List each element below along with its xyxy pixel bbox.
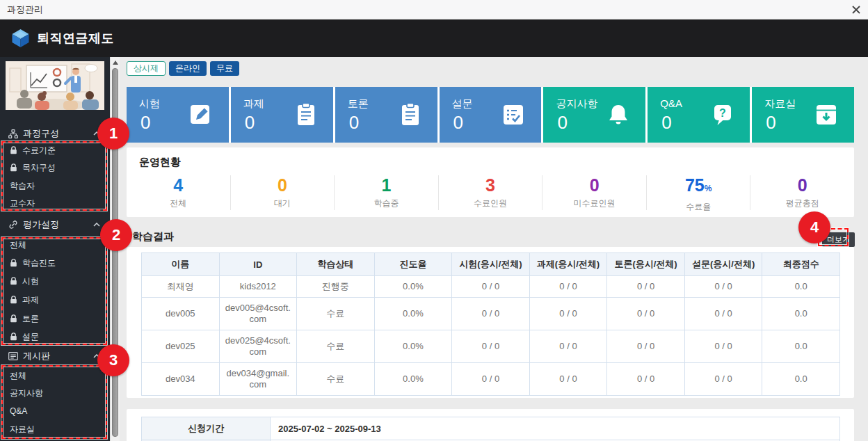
- item-label: Q&A: [10, 406, 27, 416]
- section-label: 과정구성: [23, 127, 59, 140]
- application-info-panel: 신청기간 2025-07-02 ~ 2025-09-13: [127, 409, 854, 441]
- section-label: 게시판: [23, 350, 50, 362]
- card-qna[interactable]: Q&A 0 ?: [648, 87, 750, 143]
- table-row: 최재영 kids2012 진행중 0.0% 0 / 0 0 / 0 0 / 0 …: [142, 276, 840, 298]
- download-box-icon: [814, 102, 839, 127]
- card-label: 토론: [348, 97, 369, 111]
- sidebar-item-discussion[interactable]: 토론: [0, 310, 110, 327]
- tag-online: 온라인: [169, 61, 207, 76]
- stat-waiting: 0 대기: [230, 175, 335, 210]
- lock-icon: [10, 314, 17, 323]
- sidebar-item-board-all[interactable]: 전체: [0, 367, 110, 384]
- item-label: 전체: [10, 370, 26, 382]
- section-label: 평가설정: [23, 218, 59, 231]
- card-discussion[interactable]: 토론 0: [335, 87, 437, 143]
- course-tags: 상시제 온라인 무료: [127, 61, 239, 76]
- sidebar-section-course-config[interactable]: 과정구성: [0, 125, 110, 142]
- item-label: 시험: [22, 275, 39, 287]
- stat-total: 4 전체: [127, 175, 230, 210]
- table-row: dev025 dev025@4csoft.com 수료 0.0% 0 / 0 0…: [142, 330, 840, 363]
- app-header: 퇴직연금제도: [0, 19, 868, 57]
- card-notice[interactable]: 공지사항 0: [543, 87, 645, 143]
- link-icon: [8, 220, 18, 230]
- sitemap-icon: [8, 129, 18, 138]
- sidebar: 과정구성 수료기준 목차구성 학습자 교수자 평가설정 전체 학습진도 시험: [0, 57, 110, 441]
- sidebar-section-board[interactable]: 게시판: [0, 348, 110, 364]
- card-survey[interactable]: 설문 0: [440, 87, 542, 143]
- lock-icon: [10, 259, 17, 267]
- operation-stats: 4 전체 0 대기 1 학습중 3 수료인원 0 미수료인원 75% 수료율: [127, 175, 854, 210]
- board-icon: [8, 352, 18, 360]
- chevron-up-icon: [93, 223, 100, 227]
- svg-text:?: ?: [719, 107, 726, 119]
- sidebar-item-learners[interactable]: 학습자: [0, 177, 110, 194]
- item-label: 토론: [22, 313, 39, 325]
- clipboard-icon: [294, 102, 318, 127]
- lock-icon: [10, 163, 17, 172]
- sidebar-item-eval-all[interactable]: 전체: [0, 236, 110, 253]
- operation-status-title: 운영현황: [139, 156, 181, 169]
- card-label: 시험: [139, 97, 160, 111]
- annotation-badge-3: 3: [97, 344, 129, 376]
- scroll-up-arrow-icon[interactable]: [111, 57, 120, 67]
- item-label: 교수자: [10, 198, 35, 209]
- lock-icon: [10, 146, 17, 154]
- lock-icon: [10, 332, 17, 341]
- card-label: 과제: [243, 97, 264, 111]
- item-label: 설문: [22, 331, 39, 343]
- sidebar-item-exam[interactable]: 시험: [0, 273, 110, 289]
- item-label: 과제: [22, 294, 39, 306]
- close-icon[interactable]: [849, 2, 864, 17]
- application-info-table: 신청기간 2025-07-02 ~ 2025-09-13: [141, 417, 840, 441]
- card-label: Q&A: [660, 97, 682, 109]
- stat-not-completed: 0 미수료인원: [542, 175, 646, 210]
- stat-completion-rate: 75% 수료율: [646, 175, 750, 210]
- main-content: 상시제 온라인 무료 시험 0 과제 0 토론 0: [120, 57, 868, 441]
- application-period-value: 2025-07-02 ~ 2025-09-13: [271, 417, 840, 440]
- stat-average-score: 0 평균총점: [750, 175, 854, 210]
- course-title: 퇴직연금제도: [37, 30, 114, 47]
- item-label: 학습진도: [22, 257, 56, 269]
- sidebar-item-survey[interactable]: 설문: [0, 328, 110, 345]
- sidebar-item-qna[interactable]: Q&A: [0, 403, 110, 419]
- sidebar-item-completion-criteria[interactable]: 수료기준: [0, 142, 110, 159]
- card-value: 0: [661, 112, 671, 134]
- stat-completed: 3 수료인원: [438, 175, 542, 210]
- table-row: dev005 dev005@4csoft.com 수료 0.0% 0 / 0 0…: [142, 298, 840, 330]
- learning-results-title: 학습결과: [132, 230, 174, 243]
- card-value: 0: [557, 112, 567, 134]
- tag-free: 무료: [210, 61, 239, 76]
- exam-pencil-icon: [188, 102, 214, 127]
- annotation-badge-2: 2: [100, 219, 132, 251]
- question-bubble-icon: ?: [711, 102, 734, 127]
- card-label: 자료실: [764, 97, 796, 111]
- annotation-badge-4: 4: [798, 211, 830, 243]
- card-label: 공지사항: [556, 97, 597, 111]
- sidebar-item-assignment[interactable]: 과제: [0, 291, 110, 308]
- learning-results-table: 이름 ID 학습상태 진도율 시험(응시/전체) 과제(응시/전체) 토론(응시…: [141, 252, 840, 396]
- card-assignment[interactable]: 과제 0: [231, 87, 333, 143]
- cube-logo-icon: [11, 29, 30, 48]
- course-thumbnail: [6, 61, 104, 110]
- card-value: 0: [453, 112, 463, 134]
- card-exam[interactable]: 시험 0: [127, 87, 229, 143]
- sidebar-item-progress[interactable]: 학습진도: [0, 255, 110, 271]
- item-label: 학습자: [10, 180, 35, 192]
- item-label: 수료기준: [22, 145, 56, 157]
- window-titlebar: 과정관리: [0, 0, 868, 19]
- bell-icon: [606, 102, 630, 127]
- item-label: 공지사항: [10, 387, 43, 399]
- sidebar-item-toc-config[interactable]: 목차구성: [0, 159, 110, 176]
- window-title: 과정관리: [0, 3, 43, 16]
- sidebar-item-instructors[interactable]: 교수자: [0, 195, 110, 211]
- card-archive[interactable]: 자료실 0: [752, 87, 854, 143]
- item-label: 목차구성: [22, 162, 56, 174]
- sidebar-item-archive[interactable]: 자료실: [0, 421, 110, 438]
- clipboard-icon: [399, 102, 422, 127]
- sidebar-item-notice[interactable]: 공지사항: [0, 385, 110, 401]
- sidebar-section-evaluation[interactable]: 평가설정: [0, 216, 110, 233]
- lock-icon: [10, 296, 17, 304]
- card-value: 0: [140, 112, 150, 134]
- card-label: 설문: [452, 97, 473, 111]
- table-header-row: 이름 ID 학습상태 진도율 시험(응시/전체) 과제(응시/전체) 토론(응시…: [142, 253, 840, 276]
